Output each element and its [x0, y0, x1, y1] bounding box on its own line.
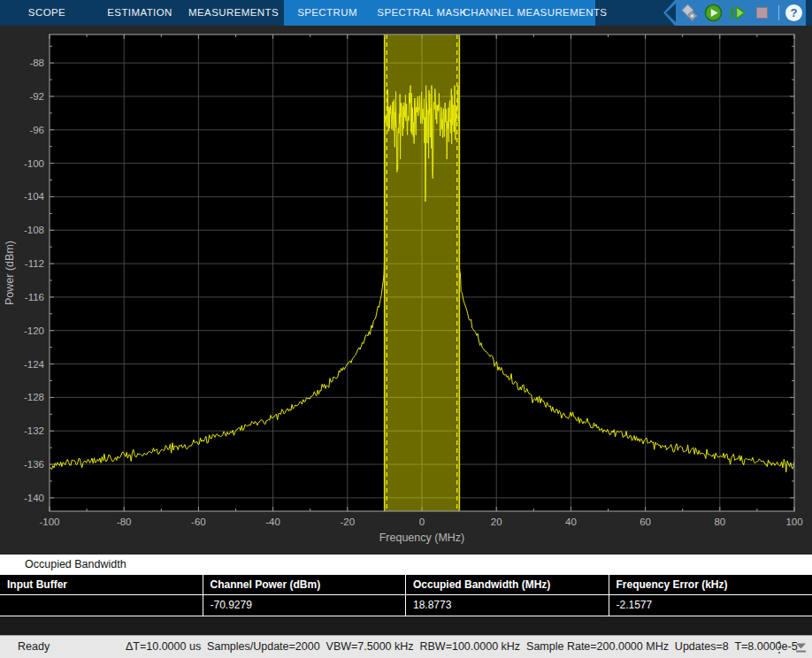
- svg-text:-132: -132: [24, 425, 44, 436]
- status-ready: Ready: [18, 640, 50, 653]
- svg-text:60: 60: [640, 516, 651, 527]
- collapse-statusbar-icon[interactable]: [794, 642, 808, 654]
- spectrum-plot[interactable]: -100-80-60-40-20020406080100-140-136-132…: [0, 26, 812, 555]
- stop-button[interactable]: [753, 4, 771, 22]
- svg-text:-104: -104: [24, 191, 45, 202]
- x-tick-labels: -100-80-60-40-20020406080100: [39, 516, 802, 527]
- svg-text:20: 20: [491, 516, 502, 527]
- processing-options-gear-icon: [680, 4, 699, 22]
- stop-icon: [756, 7, 768, 19]
- value-occupied-bandwidth: 18.8773: [406, 595, 609, 616]
- toolstrip: SCOPE ESTIMATION MEASUREMENTS SPECTRUM S…: [0, 0, 812, 26]
- status-bar: Ready ΔT=10.0000 us Samples/Update=2000 …: [0, 635, 812, 658]
- svg-text:-140: -140: [24, 493, 44, 503]
- svg-text:-128: -128: [24, 392, 44, 402]
- svg-text:-20: -20: [340, 516, 355, 527]
- status-stats: ΔT=10.0000 us Samples/Update=2000 VBW=7.…: [126, 640, 798, 653]
- svg-text:-120: -120: [24, 325, 44, 336]
- svg-text:-112: -112: [25, 258, 44, 269]
- plot-figure[interactable]: -100-80-60-40-20020406080100-140-136-132…: [0, 26, 812, 555]
- svg-text:-100: -100: [39, 516, 59, 527]
- header-frequency-error: Frequency Error (kHz): [609, 575, 812, 594]
- header-input-buffer: Input Buffer: [0, 575, 203, 594]
- tab-scope[interactable]: SCOPE: [28, 0, 65, 26]
- tab-channel-measurements[interactable]: CHANNEL MEASUREMENTS: [463, 0, 608, 26]
- tab-spectral-mask[interactable]: SPECTRAL MASK: [377, 0, 466, 26]
- svg-text:-136: -136: [24, 459, 44, 470]
- svg-text:-116: -116: [25, 292, 44, 302]
- svg-text:0: 0: [419, 516, 425, 527]
- spectrum-analyzer-window: SCOPE ESTIMATION MEASUREMENTS SPECTRUM S…: [0, 0, 812, 658]
- occupied-bandwidth-panel-header: Occupied Bandwidth: [0, 555, 812, 575]
- toolbar-separator: [778, 5, 779, 20]
- svg-text:-80: -80: [117, 516, 132, 527]
- tab-estimation[interactable]: ESTIMATION: [107, 0, 172, 26]
- svg-text:100: 100: [785, 516, 802, 527]
- run-play-icon: [704, 4, 723, 22]
- run-button[interactable]: [704, 4, 723, 22]
- panel-gap: [0, 616, 812, 635]
- x-axis-label: Frequency (MHz): [379, 532, 465, 544]
- svg-text:-88: -88: [29, 57, 44, 68]
- value-input-buffer: [0, 595, 203, 616]
- value-channel-power: -70.9279: [203, 595, 407, 616]
- svg-text:-92: -92: [29, 91, 44, 102]
- y-axis-label: Power (dBm): [4, 241, 16, 305]
- y-tick-labels: -140-136-132-128-124-120-116-112-108-104…: [24, 57, 45, 503]
- occupied-bandwidth-title: Occupied Bandwidth: [25, 558, 126, 570]
- header-occupied-bandwidth: Occupied Bandwidth (MHz): [406, 575, 609, 594]
- tab-spectrum[interactable]: SPECTRUM: [297, 0, 357, 26]
- tab-measurements[interactable]: MEASUREMENTS: [188, 0, 279, 26]
- overflow-menu-icon[interactable]: [775, 640, 784, 654]
- svg-text:-124: -124: [24, 359, 45, 370]
- svg-text:40: 40: [565, 516, 577, 527]
- step-forward-icon: [728, 4, 747, 22]
- svg-text:-108: -108: [24, 225, 44, 235]
- step-forward-button[interactable]: [728, 4, 747, 22]
- help-button[interactable]: ?: [785, 4, 802, 21]
- processing-options-button[interactable]: [680, 4, 699, 22]
- svg-text:-40: -40: [265, 516, 280, 527]
- measurement-table: Input Buffer Channel Power (dBm) Occupie…: [0, 575, 812, 616]
- table-header-row: Input Buffer Channel Power (dBm) Occupie…: [0, 575, 812, 595]
- svg-text:-60: -60: [191, 516, 206, 527]
- svg-text:-100: -100: [24, 158, 44, 169]
- svg-text:80: 80: [714, 516, 725, 527]
- svg-text:-96: -96: [29, 125, 44, 135]
- value-frequency-error: -2.1577: [609, 595, 812, 616]
- header-channel-power: Channel Power (dBm): [203, 575, 407, 594]
- table-row: -70.9279 18.8773 -2.1577: [0, 595, 812, 616]
